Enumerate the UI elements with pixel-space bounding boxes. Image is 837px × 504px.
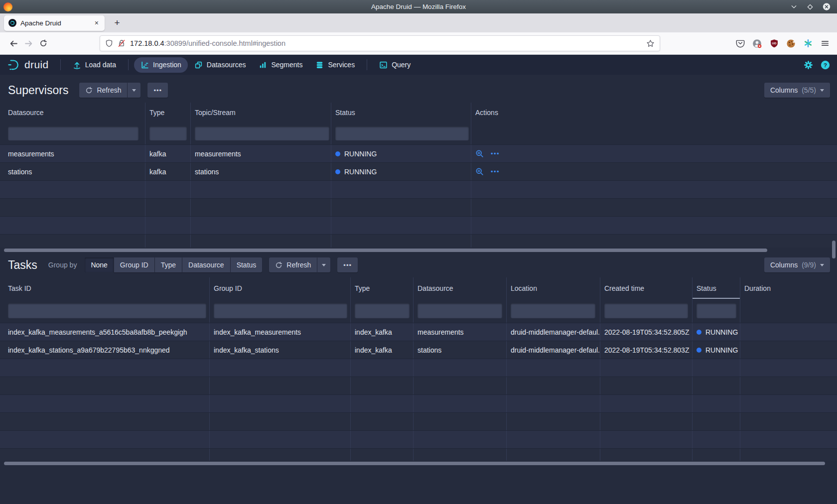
ublock-shield-icon: UO — [770, 39, 779, 48]
tasks-more-button[interactable]: ••• — [337, 257, 358, 272]
tasks-columns-button[interactable]: Columns (9/9) — [764, 257, 830, 272]
col-header-created-time[interactable]: Created time — [600, 277, 693, 299]
tab-close-button[interactable]: × — [93, 19, 100, 27]
col-header-location[interactable]: Location — [507, 277, 600, 299]
svg-text:UO: UO — [772, 42, 776, 45]
forward-button[interactable] — [21, 36, 36, 51]
col-header-topic-stream[interactable]: Topic/Stream — [191, 103, 331, 123]
supervisors-section-header: Supervisors Refresh ••• Columns (5/5) — [0, 75, 837, 103]
nav-query[interactable]: Query — [373, 57, 417, 73]
shield-icon[interactable] — [105, 39, 113, 47]
new-tab-button[interactable]: + — [110, 15, 125, 30]
filter-topic-input[interactable] — [195, 126, 329, 140]
col-header-type[interactable]: Type — [145, 103, 191, 123]
col-header-group-id[interactable]: Group ID — [210, 277, 351, 299]
druid-logo-icon — [7, 58, 20, 71]
back-button[interactable] — [6, 36, 21, 51]
task-row-stations[interactable]: index_kafka_stations_a9a679b22795b63_nnk… — [0, 341, 837, 359]
filter-task-id-input[interactable] — [8, 303, 206, 318]
col-header-duration[interactable]: Duration — [740, 277, 837, 299]
window-minimize-button[interactable] — [790, 3, 798, 11]
cell-task-id[interactable]: index_kafka_stations_a9a679b22795b63_nnk… — [0, 341, 210, 359]
asterisk-extension-button[interactable] — [802, 37, 814, 50]
ublock-origin-button[interactable]: UO — [768, 37, 780, 50]
filter-type-input[interactable] — [355, 303, 410, 318]
url-bar[interactable]: 172.18.0.4:30899/unified-console.html#in… — [100, 35, 660, 51]
supervisors-refresh-dropdown-button[interactable] — [128, 83, 140, 98]
group-by-status-button[interactable]: Status — [231, 257, 263, 272]
empty-row — [0, 448, 837, 461]
row-actions-button[interactable]: ••• — [491, 150, 500, 157]
filter-created-time-input[interactable] — [604, 303, 688, 318]
vertical-scrollbar-thumb[interactable] — [832, 241, 836, 258]
nav-load-data[interactable]: Load data — [66, 57, 123, 73]
help-icon[interactable]: ? — [821, 60, 830, 70]
cell-task-id[interactable]: index_kafka_measurements_a5616c5ba8afb8b… — [0, 323, 210, 341]
menu-button[interactable] — [819, 37, 831, 50]
nav-ingestion[interactable]: Ingestion — [134, 57, 188, 73]
group-by-datasource-button[interactable]: Datasource — [182, 257, 230, 272]
tasks-refresh-dropdown-button[interactable] — [317, 257, 330, 272]
filter-group-id-input[interactable] — [214, 303, 347, 318]
col-header-status-sorted[interactable]: Status — [693, 277, 740, 299]
col-header-datasource[interactable]: Datasource — [414, 277, 507, 299]
asterisk-icon — [804, 39, 813, 48]
inspect-magnifier-icon[interactable] — [475, 149, 484, 158]
filter-datasource-input[interactable] — [8, 126, 139, 140]
group-by-none-button[interactable]: None — [85, 257, 113, 272]
window-titlebar[interactable]: Apache Druid — Mozilla Firefox — [0, 0, 837, 13]
cell-topic: measurements — [191, 145, 331, 162]
window-maximize-button[interactable] — [806, 3, 814, 11]
reload-button[interactable] — [36, 36, 51, 51]
filter-status-input[interactable] — [335, 126, 469, 140]
supervisors-columns-button[interactable]: Columns (5/5) — [764, 83, 830, 98]
insecure-lock-icon[interactable] — [118, 39, 126, 47]
supervisors-more-button[interactable]: ••• — [147, 83, 168, 98]
nav-segments[interactable]: Segments — [252, 57, 309, 73]
filter-type-input[interactable] — [149, 126, 187, 140]
supervisor-row-measurements[interactable]: measurements kafka measurements RUNNING … — [0, 144, 837, 162]
tab-bar: Apache Druid × + — [0, 13, 837, 32]
filter-status-input[interactable] — [697, 303, 736, 318]
gear-icon[interactable] — [804, 60, 813, 70]
group-by-type-button[interactable]: Type — [155, 257, 182, 272]
scrollbar-thumb[interactable] — [4, 462, 825, 465]
status-dot-icon — [335, 151, 340, 156]
empty-row — [0, 377, 837, 394]
task-row-measurements[interactable]: index_kafka_measurements_a5616c5ba8afb8b… — [0, 323, 837, 341]
empty-row — [0, 359, 837, 377]
tasks-refresh-button[interactable]: Refresh — [269, 257, 317, 272]
inspect-magnifier-icon[interactable] — [475, 167, 484, 176]
tasks-horizontal-scrollbar — [0, 461, 837, 466]
services-icon — [315, 61, 324, 69]
tab-favicon-druid-icon — [8, 19, 16, 27]
cell-datasource[interactable]: stations — [0, 163, 145, 180]
account-extension-button[interactable] — [751, 37, 763, 50]
scrollbar-thumb[interactable] — [4, 249, 767, 252]
filter-location-input[interactable] — [511, 303, 595, 318]
supervisors-refresh-button[interactable]: Refresh — [79, 83, 127, 98]
druid-logo[interactable]: druid — [7, 58, 49, 71]
svg-text:?: ? — [824, 61, 827, 68]
col-header-type[interactable]: Type — [351, 277, 414, 299]
bookmark-star-icon[interactable] — [646, 39, 655, 48]
col-header-task-id[interactable]: Task ID — [0, 277, 210, 299]
supervisors-title: Supervisors — [8, 84, 68, 97]
col-header-status[interactable]: Status — [331, 103, 471, 123]
filter-datasource-input[interactable] — [418, 303, 502, 318]
cookie-extension-button[interactable] — [785, 37, 797, 50]
cell-status: RUNNING — [331, 163, 471, 180]
nav-datasources[interactable]: Datasources — [188, 57, 253, 73]
group-by-group-id-button[interactable]: Group ID — [114, 257, 154, 272]
supervisor-row-stations[interactable]: stations kafka stations RUNNING ••• — [0, 162, 837, 180]
browser-tab-apache-druid[interactable]: Apache Druid × — [4, 15, 105, 31]
arrow-right-icon — [24, 39, 33, 48]
col-header-datasource[interactable]: Datasource — [0, 103, 145, 123]
pocket-button[interactable] — [734, 37, 746, 50]
url-text: 172.18.0.4:30899/unified-console.html#in… — [130, 39, 646, 47]
empty-row — [0, 394, 837, 412]
window-close-button[interactable] — [823, 3, 831, 11]
row-actions-button[interactable]: ••• — [491, 168, 500, 175]
cell-datasource[interactable]: measurements — [0, 145, 145, 162]
nav-services[interactable]: Services — [309, 57, 361, 73]
